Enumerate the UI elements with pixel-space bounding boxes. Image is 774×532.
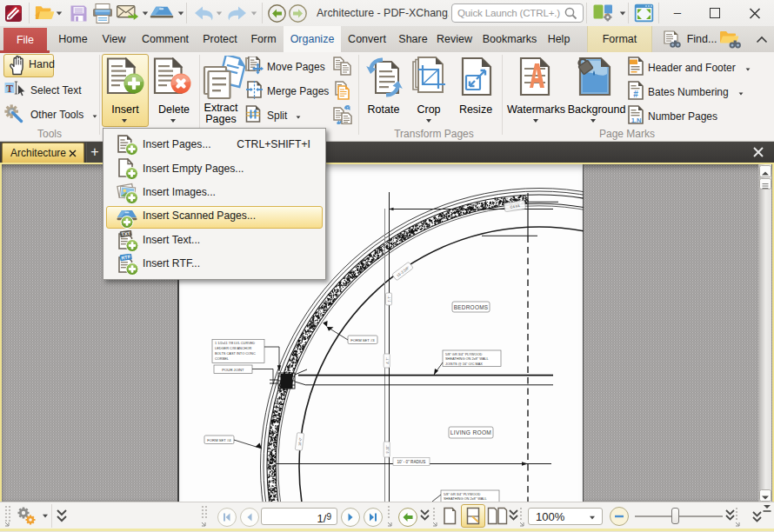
- svg-text:4'-7": 4'-7": [386, 357, 390, 364]
- svg-text:FORM SET #4: FORM SET #4: [207, 438, 231, 442]
- svg-text:LIVING ROOM: LIVING ROOM: [450, 429, 491, 436]
- svg-text:JOISTS @ 16" O/C MAX: JOISTS @ 16" O/C MAX: [445, 362, 483, 366]
- svg-text:9'-10": 9'-10": [386, 445, 390, 454]
- svg-text:5/8" GR 3/4" PLYWOOD: 5/8" GR 3/4" PLYWOOD: [445, 352, 482, 356]
- svg-text:10' - 0" RADIUS: 10' - 0" RADIUS: [397, 460, 426, 464]
- svg-text:SHEATHING ON 2x8" WALL: SHEATHING ON 2x8" WALL: [444, 496, 487, 501]
- svg-text:1.N: 1.N: [631, 116, 642, 124]
- svg-text:FORM SET #3: FORM SET #3: [350, 338, 375, 342]
- svg-text:#: #: [633, 90, 638, 99]
- svg-text:SHEATHING ON 2x8" WALL: SHEATHING ON 2x8" WALL: [445, 356, 489, 361]
- svg-text:T: T: [6, 83, 13, 95]
- svg-text:CORBEL: CORBEL: [215, 356, 230, 361]
- svg-text:5/8" GR 3/4" PLYWOOD: 5/8" GR 3/4" PLYWOOD: [444, 492, 480, 496]
- svg-text:LEDGER C/W ANCHOR: LEDGER C/W ANCHOR: [215, 346, 252, 350]
- svg-text:BEDROOMS: BEDROOMS: [454, 304, 489, 310]
- svg-text:POUR JOINT: POUR JOINT: [222, 368, 244, 372]
- svg-text:1 1/2x11 7/8 LVL CURVED: 1 1/2x11 7/8 LVL CURVED: [215, 341, 255, 345]
- svg-text:1'-7": 1'-7": [388, 296, 391, 303]
- svg-text:BOLTS CAST INTO CONC: BOLTS CAST INTO CONC: [215, 351, 256, 356]
